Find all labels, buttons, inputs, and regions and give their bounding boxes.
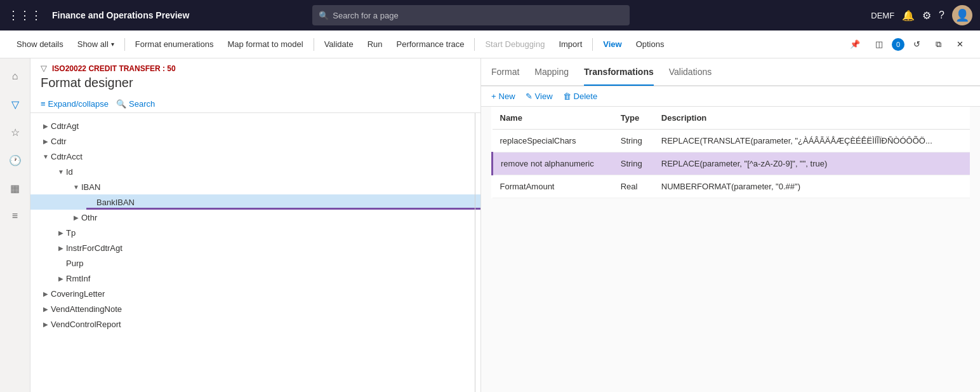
validate-button[interactable]: Validate xyxy=(318,36,360,53)
search-bar[interactable]: 🔍 Search for a page xyxy=(312,5,630,25)
arrow-CdtrAcct: ▼ xyxy=(41,151,51,161)
tree-item-Cdtr[interactable]: ▶ Cdtr xyxy=(30,133,480,149)
tree-item-CdtrAcct[interactable]: ▼ CdtrAcct xyxy=(30,149,480,164)
row-name: remove not alphanumeric xyxy=(493,152,613,175)
help-icon[interactable]: ? xyxy=(939,10,944,21)
arrow-InstrForCdtrAgt: ▶ xyxy=(56,243,66,253)
show-all-button[interactable]: Show all xyxy=(71,36,121,53)
close-icon[interactable]: ✕ xyxy=(950,36,970,53)
tree-item-InstrForCdtrAgt[interactable]: ▶ InstrForCdtrAgt xyxy=(30,240,480,255)
col-description: Description xyxy=(654,107,970,130)
tree-item-VendControlReport[interactable]: ▶ VendControlReport xyxy=(30,316,480,332)
table-row[interactable]: FormatAmount Real NUMBERFORMAT(parameter… xyxy=(493,175,970,198)
arrow-VendControlReport: ▶ xyxy=(41,319,51,329)
tree-item-Purp[interactable]: Purp xyxy=(30,255,480,271)
col-name: Name xyxy=(493,107,613,130)
content-area: ▽ ISO20022 CREDIT TRANSFER : 50 Format d… xyxy=(30,58,980,392)
sidebar-icon-grid[interactable]: ▦ xyxy=(3,175,28,201)
command-bar: Show details Show all Format enumeration… xyxy=(0,30,980,58)
import-button[interactable]: Import xyxy=(552,36,588,53)
open-new-window-icon[interactable]: ⧉ xyxy=(929,36,948,53)
search-tree-button[interactable]: 🔍 Search xyxy=(116,99,155,109)
arrow-Cdtr: ▶ xyxy=(41,136,51,146)
tab-actions: + New ✎ View 🗑 Delete xyxy=(481,86,980,107)
tree-item-CdtrAgt[interactable]: ▶ CdtrAgt xyxy=(30,118,480,133)
tree-item-IBAN[interactable]: ▼ IBAN xyxy=(30,179,480,194)
right-panel: Format Mapping Transformations Validatio… xyxy=(481,58,980,392)
tab-validations[interactable]: Validations xyxy=(669,59,712,86)
app-grid-icon[interactable]: ⋮⋮⋮ xyxy=(8,8,42,22)
avatar[interactable]: 👤 xyxy=(952,5,972,25)
row-name: replaceSpecialChars xyxy=(493,130,613,152)
row-description: NUMBERFORMAT(parameter, "0.##") xyxy=(654,175,970,198)
tree-item-Id[interactable]: ▼ Id xyxy=(30,164,480,179)
expand-collapse-icon: ≡ xyxy=(41,99,46,109)
table-row[interactable]: replaceSpecialChars String REPLACE(TRANS… xyxy=(493,130,970,152)
scroll-divider xyxy=(475,113,475,392)
arrow-BankIBAN xyxy=(86,197,96,207)
edit-icon: ✎ xyxy=(526,91,533,101)
plus-icon: + xyxy=(491,91,496,101)
table-row[interactable]: remove not alphanumeric String REPLACE(p… xyxy=(493,152,970,175)
tree-item-Tp[interactable]: ▶ Tp xyxy=(30,225,480,240)
sidebar-icon-star[interactable]: ☆ xyxy=(3,119,28,145)
search-icon: 🔍 xyxy=(319,11,329,20)
delete-button[interactable]: 🗑 Delete xyxy=(563,91,598,101)
arrow-RmtInf: ▶ xyxy=(56,273,66,283)
view-button[interactable]: View xyxy=(597,36,628,53)
options-button[interactable]: Options xyxy=(630,36,671,53)
badge-count: 0 xyxy=(892,38,904,51)
sidebar-icon-list[interactable]: ≡ xyxy=(3,203,28,229)
separator-2 xyxy=(314,38,314,51)
search-placeholder: Search for a page xyxy=(333,11,398,20)
tree-toolbar: ≡ Expand/collapse 🔍 Search xyxy=(30,95,480,113)
tree-item-VendAttendingNote[interactable]: ▶ VendAttendingNote xyxy=(30,301,480,316)
performance-trace-button[interactable]: Performance trace xyxy=(390,36,471,53)
format-enumerations-button[interactable]: Format enumerations xyxy=(129,36,220,53)
row-type: Real xyxy=(613,175,654,198)
map-format-to-model-button[interactable]: Map format to model xyxy=(221,36,309,53)
new-button[interactable]: + New xyxy=(491,91,515,101)
delete-icon: 🗑 xyxy=(563,91,571,101)
notification-bell-icon[interactable]: 🔔 xyxy=(902,10,915,22)
expand-collapse-button[interactable]: ≡ Expand/collapse xyxy=(41,99,109,109)
row-type: String xyxy=(613,130,654,152)
transformations-table: Name Type Description replaceSpecialChar… xyxy=(491,107,970,198)
filter-icon: ▽ xyxy=(41,64,47,73)
run-button[interactable]: Run xyxy=(361,36,389,53)
user-code: DEMF xyxy=(871,11,894,20)
tab-transformations[interactable]: Transformations xyxy=(584,59,654,86)
arrow-CoveringLetter: ▶ xyxy=(41,288,51,299)
arrow-VendAttendingNote: ▶ xyxy=(41,304,51,314)
page-title: Format designer xyxy=(30,73,480,95)
separator-4 xyxy=(592,38,593,51)
arrow-CdtrAgt: ▶ xyxy=(41,121,51,131)
settings-gear-icon[interactable]: ⚙ xyxy=(922,10,931,22)
row-name: FormatAmount xyxy=(493,175,613,198)
table-area: Name Type Description replaceSpecialChar… xyxy=(481,107,980,392)
main-layout: ⌂ ▽ ☆ 🕐 ▦ ≡ ▽ ISO20022 CREDIT TRANSFER :… xyxy=(0,58,980,392)
sidebar-icon-filter[interactable]: ▽ xyxy=(3,91,28,117)
top-bar: ⋮⋮⋮ Finance and Operations Preview 🔍 Sea… xyxy=(0,0,980,30)
tab-format[interactable]: Format xyxy=(491,59,519,86)
tree-item-CoveringLetter[interactable]: ▶ CoveringLetter xyxy=(30,286,480,301)
top-bar-right: DEMF 🔔 ⚙ ? 👤 xyxy=(871,5,972,25)
search-tree-icon: 🔍 xyxy=(116,99,126,109)
arrow-IBAN: ▼ xyxy=(71,182,81,192)
col-type: Type xyxy=(613,107,654,130)
tree-item-Othr[interactable]: ▶ Othr xyxy=(30,210,480,225)
app-title: Finance and Operations Preview xyxy=(52,10,189,20)
row-description: REPLACE(parameter, "[^a-zA-Z0-9]", "", t… xyxy=(654,152,970,175)
sidebar-icon-home[interactable]: ⌂ xyxy=(3,64,28,89)
pin-icon[interactable]: 📌 xyxy=(844,36,866,53)
pane-toggle-icon[interactable]: ◫ xyxy=(869,36,889,53)
start-debugging-button[interactable]: Start Debugging xyxy=(479,36,551,53)
sidebar-icon-clock[interactable]: 🕐 xyxy=(3,147,28,173)
tree-item-RmtInf[interactable]: ▶ RmtInf xyxy=(30,271,480,286)
view-transformation-button[interactable]: ✎ View xyxy=(526,91,553,101)
tree-item-BankIBAN[interactable]: BankIBAN xyxy=(30,194,480,210)
arrow-Id: ▼ xyxy=(56,166,66,177)
tab-mapping[interactable]: Mapping xyxy=(534,59,569,86)
refresh-icon[interactable]: ↺ xyxy=(907,36,927,53)
show-details-button[interactable]: Show details xyxy=(10,36,70,53)
